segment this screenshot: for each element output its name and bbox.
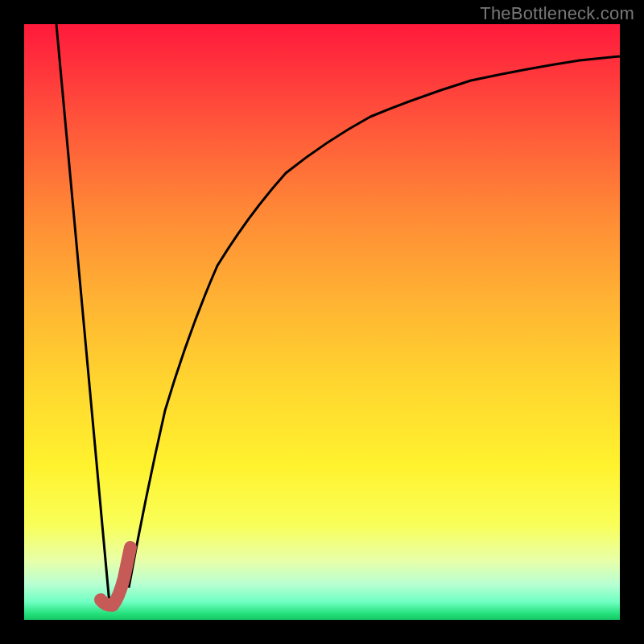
chart-svg	[24, 24, 620, 620]
chart-frame: TheBottleneck.com	[0, 0, 644, 644]
left-line	[56, 24, 109, 604]
watermark-text: TheBottleneck.com	[480, 3, 634, 24]
plot-area	[24, 24, 620, 620]
right-curve	[129, 56, 620, 588]
